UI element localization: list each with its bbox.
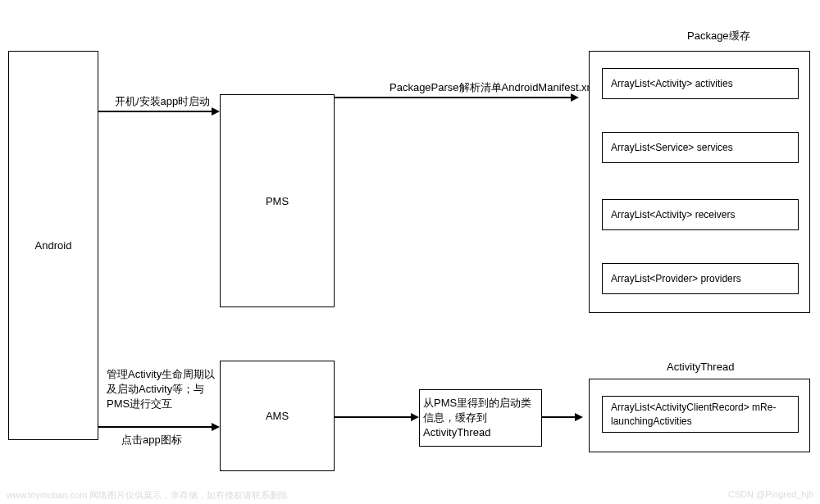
android-label: Android bbox=[35, 239, 72, 252]
cache-receivers-text: ArrayList<Activity> receivers bbox=[611, 209, 735, 220]
arrow-android-ams bbox=[98, 426, 213, 428]
ams-box: AMS bbox=[220, 361, 335, 471]
activity-thread-item: ArrayList<ActivityClientRecord> mRe-laun… bbox=[602, 396, 799, 433]
arrow-head-ams-middle bbox=[411, 413, 419, 421]
activity-thread-title: ActivityThread bbox=[667, 361, 734, 373]
pms-box: PMS bbox=[220, 94, 335, 307]
watermark-left: www.toymoban.com 网络图片仅供展示，非存储，如有侵权请联系删除 bbox=[7, 489, 288, 502]
label-to-pms: 开机/安装app时启动 bbox=[115, 94, 210, 109]
arrow-head-middle-at bbox=[575, 413, 583, 421]
label-to-ams-1: 管理Activity生命周期以及启动Activity等；与PMS进行交互 bbox=[107, 367, 221, 412]
watermark-right: CSDN @Pingred_hjh bbox=[728, 489, 813, 499]
arrow-ams-middle bbox=[335, 416, 412, 418]
activity-thread-container: ArrayList<ActivityClientRecord> mRe-laun… bbox=[589, 379, 810, 452]
package-cache-container: ArrayList<Activity> activities ArrayList… bbox=[589, 51, 810, 313]
arrow-android-pms bbox=[98, 111, 213, 112]
cache-providers-text: ArrayList<Provider> providers bbox=[611, 273, 741, 284]
ams-label: AMS bbox=[266, 410, 289, 422]
pms-label: PMS bbox=[266, 195, 289, 207]
activity-thread-item-text: ArrayList<ActivityClientRecord> mRe-laun… bbox=[611, 401, 798, 429]
ams-middle-text: 从PMS里得到的启动类信息，缓存到ActivityThread bbox=[423, 396, 538, 441]
cache-item-activities: ArrayList<Activity> activities bbox=[602, 68, 799, 99]
arrow-pms-cache bbox=[335, 97, 572, 98]
arrow-middle-at bbox=[542, 416, 576, 418]
cache-item-providers: ArrayList<Provider> providers bbox=[602, 263, 799, 294]
android-box: Android bbox=[8, 51, 98, 440]
package-cache-title: Package缓存 bbox=[687, 29, 750, 43]
ams-middle-box: 从PMS里得到的启动类信息，缓存到ActivityThread bbox=[419, 389, 542, 447]
arrow-head-android-pms bbox=[212, 107, 220, 116]
label-to-ams-2: 点击app图标 bbox=[121, 433, 182, 447]
label-pms-cache: PackageParse解析清单AndroidManifest.xml bbox=[390, 80, 598, 95]
cache-item-receivers: ArrayList<Activity> receivers bbox=[602, 199, 799, 230]
cache-services-text: ArrayList<Service> services bbox=[611, 142, 733, 153]
cache-item-services: ArrayList<Service> services bbox=[602, 132, 799, 163]
arrow-head-android-ams bbox=[212, 423, 220, 431]
cache-activities-text: ArrayList<Activity> activities bbox=[611, 78, 733, 89]
